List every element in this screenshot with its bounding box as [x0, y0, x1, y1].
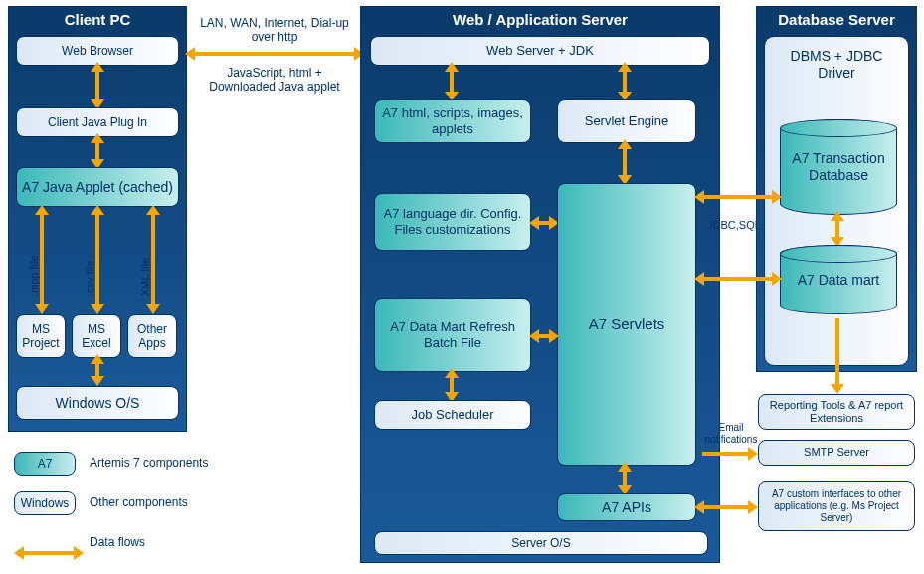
server-os-box: Server O/S: [374, 531, 708, 555]
a7-servlets-box: A7 Servlets: [557, 183, 696, 466]
legend-a7-label: A7: [38, 457, 53, 471]
arrow-datamart-servlets: [539, 334, 549, 338]
data-mart-label: A7 Data mart: [798, 272, 879, 288]
a7-html-label: A7 html, scripts, images, applets: [379, 105, 526, 136]
arrow-apps-os: [95, 364, 99, 376]
arrow-servletengine-servlets: [623, 149, 627, 175]
custom-interfaces-box: A7 custom interfaces to other applicatio…: [758, 481, 915, 531]
other-apps-label: Other Apps: [132, 322, 172, 351]
legend-win-box: Windows: [14, 491, 76, 515]
custom-interfaces-label: A7 custom interfaces to other applicatio…: [763, 488, 910, 524]
csv-file-label: .csv file: [84, 260, 95, 296]
a7-apis-label: A7 APIs: [602, 499, 651, 516]
arrow-servlets-txndb: [704, 195, 772, 199]
a7-datamart-batch-label: A7 Data Mart Refresh Batch File: [379, 319, 526, 350]
mpp-file-label: .mpp file: [28, 255, 40, 296]
a7-applet-box: A7 Java Applet (cached): [16, 167, 179, 207]
smtp-server-label: SMTP Server: [804, 446, 869, 459]
web-server-box: Web Server + JDK: [370, 36, 710, 66]
dbms-label: DBMS + JDBC Driver: [772, 48, 901, 82]
a7-langdir-box: A7 language dir. Config. Files customiza…: [374, 193, 531, 251]
legend-a7-box: A7: [14, 452, 76, 476]
ms-project-label: MS Project: [21, 322, 61, 351]
a7-langdir-label: A7 language dir. Config. Files customiza…: [379, 206, 526, 237]
legend-flows-desc: Data flows: [90, 535, 209, 549]
a7-datamart-batch-box: A7 Data Mart Refresh Batch File: [374, 298, 531, 372]
windows-os-label: Windows O/S: [56, 395, 140, 412]
db-server-title: Database Server: [757, 7, 916, 34]
a7-html-box: A7 html, scripts, images, applets: [374, 99, 531, 143]
windows-os-box: Windows O/S: [16, 386, 179, 420]
legend-win-label: Windows: [21, 496, 70, 510]
servlet-engine-label: Servlet Engine: [585, 113, 669, 129]
arrow-browser-plugin: [95, 72, 99, 99]
arrow-applet-otherapps: [151, 215, 155, 304]
other-apps-box: Other Apps: [127, 314, 177, 358]
arrow-apis-custom: [704, 505, 748, 509]
jdbc-sql-label: JDBC,SQL: [706, 219, 762, 232]
web-browser-label: Web Browser: [62, 44, 133, 58]
a7-applet-label: A7 Java Applet (cached): [22, 179, 173, 196]
ms-excel-box: MS Excel: [72, 314, 121, 358]
arrow-plugin-applet: [95, 143, 99, 159]
reporting-tools-label: Reporting Tools & A7 report Extensions: [763, 399, 910, 425]
legend-arrow-icon: [24, 541, 74, 559]
job-scheduler-label: Job Scheduler: [411, 407, 493, 423]
txn-database-cyl: A7 Transaction Database: [780, 119, 897, 215]
smtp-server-box: SMTP Server: [758, 440, 915, 466]
arrow-langdir-servlets: [539, 221, 549, 225]
js-html-label: JavaScript, html + Downloaded Java apple…: [195, 66, 354, 95]
arrow-datamart-reporting: [835, 318, 839, 384]
arrow-applet-msproject: [40, 215, 44, 304]
servlet-engine-box: Servlet Engine: [557, 99, 696, 143]
ms-project-box: MS Project: [16, 314, 66, 358]
legend-a7-desc: Artemis 7 components: [90, 456, 269, 470]
arrow-webserver-html: [450, 72, 454, 92]
arrow-webserver-servletengine: [623, 72, 627, 92]
arrow-servlets-datamart: [704, 277, 772, 281]
arrow-client-app: [195, 52, 354, 56]
client-pc-title: Client PC: [9, 7, 186, 34]
email-notif-label: Email notifications: [696, 422, 766, 446]
job-scheduler-box: Job Scheduler: [374, 400, 531, 430]
legend-win-desc: Other components: [90, 495, 269, 509]
a7-apis-box: A7 APIs: [557, 493, 696, 521]
server-os-label: Server O/S: [511, 536, 570, 550]
data-mart-cyl: A7 Data mart: [780, 245, 897, 314]
reporting-tools-box: Reporting Tools & A7 report Extensions: [758, 394, 915, 430]
arrow-servlets-smtp: [702, 452, 748, 456]
ms-excel-label: MS Excel: [77, 322, 116, 351]
arrow-txndb-datamart: [835, 221, 839, 237]
arrow-servlets-apis: [623, 472, 627, 485]
a7-servlets-label: A7 Servlets: [589, 315, 665, 333]
xml-file-label: XML file: [139, 258, 151, 296]
txn-database-label: A7 Transaction Database: [781, 150, 896, 184]
arrow-batch-jobsched: [450, 378, 454, 392]
arrow-applet-msexcel: [95, 215, 99, 304]
web-server-label: Web Server + JDK: [486, 43, 594, 59]
lan-wan-label: LAN, WAN, Internet, Dial-up over http: [195, 16, 354, 45]
app-server-title: Web / Application Server: [361, 7, 719, 34]
client-plugin-label: Client Java Plug In: [48, 115, 147, 129]
